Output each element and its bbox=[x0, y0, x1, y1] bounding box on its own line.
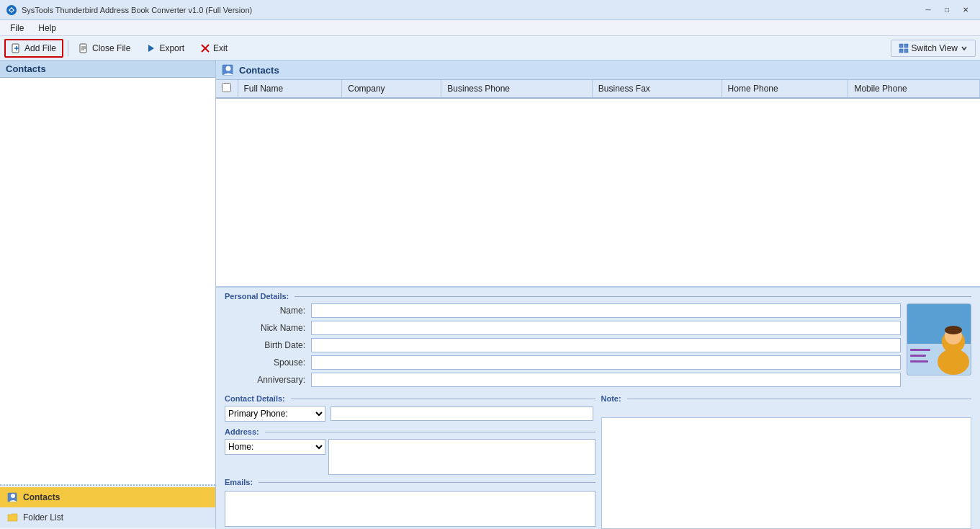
contacts-table: Full Name Company Business Phone Busines… bbox=[216, 80, 980, 99]
note-textarea-container bbox=[601, 417, 972, 529]
name-row: Name: bbox=[225, 303, 901, 318]
primary-phone-input[interactable] bbox=[331, 406, 593, 421]
address-type-select[interactable]: Home: Business: bbox=[225, 439, 325, 455]
contacts-table-header: Full Name Company Business Phone Busines… bbox=[216, 80, 980, 98]
menu-file[interactable]: File bbox=[3, 22, 31, 35]
close-file-button[interactable]: Close File bbox=[73, 40, 137, 57]
emails-label: Emails: bbox=[225, 478, 253, 486]
switch-view-button[interactable]: Switch View bbox=[891, 40, 976, 57]
contact-card-image bbox=[907, 303, 971, 375]
add-file-button[interactable]: Add File bbox=[4, 39, 63, 58]
contacts-panel-header: Contacts bbox=[216, 61, 980, 80]
svg-point-12 bbox=[11, 494, 15, 498]
close-file-label: Close File bbox=[92, 43, 130, 53]
col-mobile-phone: Mobile Phone bbox=[848, 80, 980, 98]
contact-details-label: Contact Details: bbox=[225, 394, 285, 403]
spouse-label: Spouse: bbox=[225, 357, 311, 368]
sidebar-tab-folder-list[interactable]: Folder List bbox=[0, 507, 215, 528]
sidebar-header: Contacts bbox=[0, 61, 215, 78]
exit-button[interactable]: Exit bbox=[194, 40, 234, 57]
personal-details-legend: Personal Details: bbox=[225, 292, 971, 301]
sidebar-title: Contacts bbox=[6, 63, 46, 74]
emails-section: Emails: bbox=[225, 478, 595, 529]
col-company: Company bbox=[342, 80, 441, 98]
svg-rect-10 bbox=[904, 49, 908, 53]
primary-phone-select[interactable]: Primary Phone: Home Phone: Mobile Phone:… bbox=[225, 406, 325, 422]
col-business-phone: Business Phone bbox=[441, 80, 593, 98]
nickname-input[interactable] bbox=[311, 321, 901, 335]
toolbar-separator-1 bbox=[68, 40, 68, 56]
bottom-row: Contact Details: Primary Phone: Home Pho… bbox=[225, 394, 971, 529]
svg-rect-7 bbox=[899, 44, 903, 48]
add-file-label: Add File bbox=[24, 43, 56, 53]
details-panel: Personal Details: Name: Nick Name: Birth… bbox=[216, 287, 980, 529]
minimize-button[interactable]: ─ bbox=[920, 2, 937, 18]
email-textarea[interactable] bbox=[225, 491, 595, 527]
right-panel: Contacts Full Name Company Business Phon… bbox=[216, 61, 980, 529]
name-input[interactable] bbox=[311, 303, 901, 318]
nickname-label: Nick Name: bbox=[225, 323, 311, 333]
col-home-phone: Home Phone bbox=[721, 80, 848, 98]
title-bar: SysTools Thunderbird Address Book Conver… bbox=[0, 0, 980, 20]
spouse-row: Spouse: bbox=[225, 355, 901, 370]
contact-details-section: Contact Details: Primary Phone: Home Pho… bbox=[225, 394, 595, 529]
address-legend: Address: bbox=[225, 427, 595, 436]
anniversary-label: Anniversary: bbox=[225, 375, 311, 385]
switch-view-icon bbox=[899, 43, 909, 53]
close-file-icon bbox=[79, 43, 89, 53]
personal-details-form: Name: Nick Name: Birth Date: Spouse: bbox=[225, 303, 901, 390]
svg-rect-17 bbox=[910, 349, 930, 351]
personal-details-label: Personal Details: bbox=[225, 292, 289, 301]
contacts-header-icon bbox=[222, 63, 235, 76]
title-bar-left: SysTools Thunderbird Address Book Conver… bbox=[6, 4, 252, 16]
sidebar-tree[interactable] bbox=[0, 78, 215, 484]
maximize-button[interactable]: □ bbox=[938, 2, 956, 18]
col-checkbox bbox=[216, 80, 238, 98]
select-all-checkbox[interactable] bbox=[222, 83, 231, 92]
export-icon bbox=[146, 43, 156, 53]
svg-rect-9 bbox=[899, 49, 903, 53]
export-label: Export bbox=[159, 43, 184, 53]
main-layout: Contacts Contacts Folder List bbox=[0, 61, 980, 529]
menu-help[interactable]: Help bbox=[31, 22, 63, 35]
contacts-tab-label: Contacts bbox=[23, 492, 60, 502]
address-textarea[interactable] bbox=[328, 439, 595, 475]
svg-point-23 bbox=[945, 326, 962, 334]
col-business-fax: Business Fax bbox=[592, 80, 721, 98]
toolbar: Add File Close File Export Exit Switch V… bbox=[0, 36, 980, 61]
address-row: Home: Business: bbox=[225, 439, 595, 475]
contact-card-illustration bbox=[907, 304, 971, 375]
chevron-down-icon bbox=[961, 45, 968, 52]
close-button[interactable]: ✕ bbox=[957, 2, 974, 18]
sidebar-bottom: Contacts Folder List bbox=[0, 484, 215, 529]
contact-details-legend: Contact Details: bbox=[225, 394, 595, 403]
details-top: Name: Nick Name: Birth Date: Spouse: bbox=[225, 303, 971, 390]
menu-bar: File Help bbox=[0, 20, 980, 36]
app-title: SysTools Thunderbird Address Book Conver… bbox=[22, 6, 252, 14]
birthdate-input[interactable] bbox=[311, 338, 901, 352]
folder-list-tab-label: Folder List bbox=[23, 512, 63, 523]
spouse-input[interactable] bbox=[311, 355, 901, 370]
contacts-tab-icon bbox=[7, 492, 19, 503]
note-label: Note: bbox=[601, 394, 621, 403]
anniversary-input[interactable] bbox=[311, 373, 901, 387]
name-label: Name: bbox=[225, 306, 311, 316]
col-full-name: Full Name bbox=[238, 80, 342, 98]
svg-rect-18 bbox=[910, 355, 926, 357]
contacts-table-area[interactable]: Full Name Company Business Phone Busines… bbox=[216, 80, 980, 287]
title-bar-controls: ─ □ ✕ bbox=[920, 2, 974, 18]
export-button[interactable]: Export bbox=[140, 40, 191, 57]
folder-list-icon bbox=[7, 512, 19, 523]
svg-rect-19 bbox=[910, 360, 928, 363]
sidebar-tab-contacts[interactable]: Contacts bbox=[0, 487, 215, 507]
anniversary-row: Anniversary: bbox=[225, 373, 901, 387]
switch-view-label: Switch View bbox=[912, 43, 958, 53]
add-file-icon bbox=[12, 43, 22, 53]
svg-point-21 bbox=[938, 349, 969, 375]
note-legend: Note: bbox=[601, 394, 972, 403]
svg-point-14 bbox=[226, 66, 231, 71]
note-textarea[interactable] bbox=[602, 418, 971, 528]
app-logo-icon bbox=[6, 4, 17, 16]
svg-marker-4 bbox=[148, 45, 154, 52]
emails-legend: Emails: bbox=[225, 478, 595, 486]
